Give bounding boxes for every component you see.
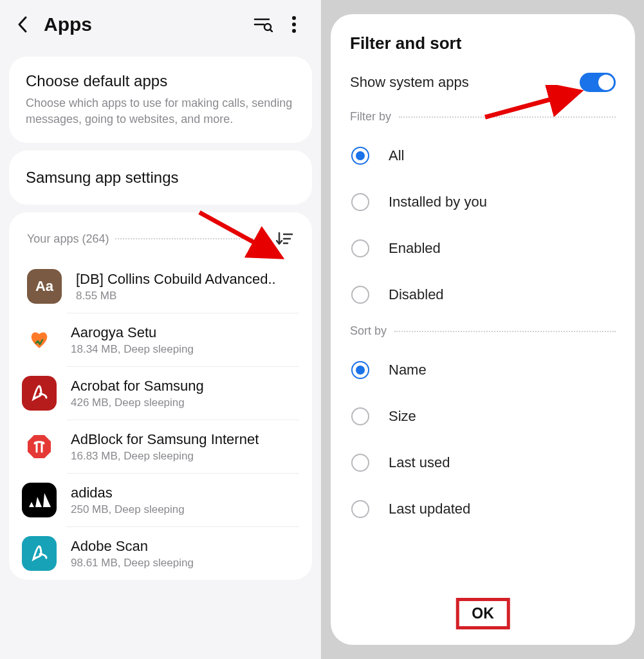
app-icon: [22, 376, 57, 411]
app-icon: [22, 536, 57, 571]
app-name: adidas: [71, 485, 185, 501]
sort-icon: [276, 232, 293, 246]
filter-option[interactable]: Enabled: [350, 225, 616, 272]
filter-sort-dialog-screen: Filter and sort Show system apps Filter …: [322, 0, 644, 659]
show-system-apps-toggle[interactable]: [580, 73, 616, 92]
card-subtitle: Choose which apps to use for making call…: [26, 95, 295, 127]
app-icon: Aa: [27, 269, 62, 304]
radio-icon: [351, 454, 369, 472]
top-bar: Apps: [0, 0, 321, 49]
apps-settings-screen: Apps Choose default apps Choose which ap…: [0, 0, 322, 659]
svg-marker-13: [43, 493, 51, 507]
app-name: Acrobat for Samsung: [71, 378, 204, 394]
app-row[interactable]: Adobe Scan 98.61 MB, Deep sleeping: [67, 526, 299, 580]
page-title: Apps: [44, 14, 252, 35]
app-row[interactable]: Aa [DB] Collins Cobuild Advanced.. 8.55 …: [22, 260, 299, 313]
radio-label: Last updated: [389, 501, 470, 517]
more-vertical-icon: [291, 15, 297, 33]
radio-icon: [351, 239, 369, 257]
dotted-divider: [399, 116, 616, 118]
sort-option[interactable]: Name: [350, 347, 616, 393]
svg-line-3: [270, 30, 273, 32]
svg-point-4: [292, 16, 296, 20]
radio-label: Installed by you: [389, 194, 487, 210]
app-meta: 18.34 MB, Deep sleeping: [71, 343, 194, 356]
app-name: Aarogya Setu: [71, 324, 194, 341]
toggle-label: Show system apps: [350, 74, 469, 91]
radio-label: Disabled: [389, 286, 444, 303]
app-meta: 98.61 MB, Deep sleeping: [71, 557, 194, 570]
svg-marker-10: [28, 435, 51, 458]
your-apps-card: Your apps (264) Aa [DB] Collins Cobuild …: [9, 212, 312, 580]
radio-icon: [351, 286, 369, 304]
dotted-divider: [115, 238, 268, 239]
filter-by-label: Filter by: [350, 110, 391, 124]
radio-label: Size: [389, 408, 416, 425]
app-name: [DB] Collins Cobuild Advanced..: [76, 271, 276, 288]
show-system-apps-row[interactable]: Show system apps: [350, 73, 616, 92]
samsung-app-settings-card[interactable]: Samsung app settings: [9, 151, 312, 205]
search-list-icon: [253, 17, 273, 32]
radio-icon: [351, 193, 369, 211]
svg-marker-11: [29, 502, 34, 507]
sort-filter-button[interactable]: [275, 229, 294, 248]
filter-sort-dialog: Filter and sort Show system apps Filter …: [331, 14, 635, 645]
filter-by-header: Filter by: [350, 110, 616, 124]
app-meta: 16.83 MB, Deep sleeping: [71, 450, 259, 463]
back-button[interactable]: [13, 15, 32, 34]
sort-option[interactable]: Last used: [350, 440, 616, 486]
radio-label: Name: [389, 362, 427, 378]
sort-option[interactable]: Size: [350, 393, 616, 440]
svg-point-5: [292, 23, 296, 26]
app-meta: 8.55 MB: [76, 290, 276, 302]
radio-label: Enabled: [389, 240, 441, 257]
app-icon: [22, 322, 57, 357]
search-list-button[interactable]: [252, 13, 275, 36]
your-apps-label: Your apps (264): [27, 232, 109, 246]
chevron-left-icon: [17, 15, 28, 33]
choose-default-apps-card[interactable]: Choose default apps Choose which apps to…: [9, 57, 312, 143]
more-menu-button[interactable]: [282, 13, 306, 36]
radio-label: Last used: [389, 454, 450, 471]
sort-by-label: Sort by: [350, 324, 387, 338]
card-title: Samsung app settings: [26, 169, 295, 187]
radio-icon: [351, 500, 369, 518]
filter-option[interactable]: Disabled: [350, 272, 616, 318]
app-row[interactable]: AdBlock for Samsung Internet 16.83 MB, D…: [67, 420, 299, 473]
radio-icon: [351, 361, 369, 379]
app-icon: [22, 429, 57, 464]
radio-icon: [351, 147, 369, 165]
radio-icon: [351, 407, 369, 425]
sort-by-header: Sort by: [350, 324, 616, 338]
ok-button[interactable]: OK: [455, 598, 510, 629]
app-name: Adobe Scan: [71, 538, 194, 555]
app-icon: [22, 483, 57, 517]
toggle-thumb: [598, 75, 614, 90]
dialog-title: Filter and sort: [350, 33, 616, 53]
filter-option[interactable]: All: [350, 133, 616, 179]
app-row[interactable]: Aarogya Setu 18.34 MB, Deep sleeping: [67, 313, 299, 366]
sort-option[interactable]: Last updated: [350, 486, 616, 532]
filter-option[interactable]: Installed by you: [350, 179, 616, 225]
card-title: Choose default apps: [26, 72, 295, 90]
app-row[interactable]: adidas 250 MB, Deep sleeping: [67, 473, 299, 526]
radio-label: All: [389, 147, 404, 164]
app-meta: 426 MB, Deep sleeping: [71, 396, 204, 409]
app-row[interactable]: Acrobat for Samsung 426 MB, Deep sleepin…: [67, 366, 299, 420]
dotted-divider: [394, 331, 616, 332]
app-meta: 250 MB, Deep sleeping: [71, 503, 185, 516]
app-name: AdBlock for Samsung Internet: [71, 431, 259, 448]
your-apps-header: Your apps (264): [27, 229, 294, 248]
svg-point-6: [292, 29, 296, 33]
svg-marker-12: [35, 497, 42, 507]
